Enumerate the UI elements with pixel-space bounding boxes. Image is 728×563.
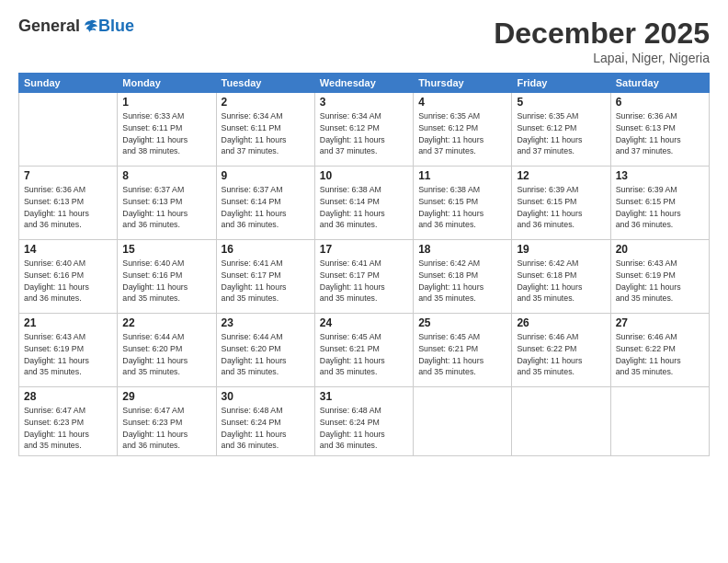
logo-text: General Blue xyxy=(18,17,134,36)
calendar-cell: 19Sunrise: 6:42 AM Sunset: 6:18 PM Dayli… xyxy=(512,240,610,314)
day-info: Sunrise: 6:43 AM Sunset: 6:19 PM Dayligh… xyxy=(616,258,704,304)
day-number: 16 xyxy=(222,243,310,256)
calendar-cell: 7Sunrise: 6:36 AM Sunset: 6:13 PM Daylig… xyxy=(19,167,118,240)
day-info: Sunrise: 6:47 AM Sunset: 6:23 PM Dayligh… xyxy=(24,405,112,452)
day-info: Sunrise: 6:45 AM Sunset: 6:21 PM Dayligh… xyxy=(320,331,408,378)
calendar-week-3: 14Sunrise: 6:40 AM Sunset: 6:16 PM Dayli… xyxy=(19,240,710,314)
header-friday: Friday xyxy=(512,74,610,93)
day-info: Sunrise: 6:42 AM Sunset: 6:18 PM Dayligh… xyxy=(418,258,506,304)
day-number: 28 xyxy=(24,390,112,403)
calendar-cell: 2Sunrise: 6:34 AM Sunset: 6:11 PM Daylig… xyxy=(216,93,314,167)
calendar-cell: 28Sunrise: 6:47 AM Sunset: 6:23 PM Dayli… xyxy=(19,387,118,456)
location: Lapai, Niger, Nigeria xyxy=(494,51,710,65)
calendar-cell: 11Sunrise: 6:38 AM Sunset: 6:15 PM Dayli… xyxy=(414,167,512,240)
day-number: 23 xyxy=(222,316,310,329)
day-number: 4 xyxy=(418,96,506,109)
header-saturday: Saturday xyxy=(610,74,709,93)
header-sunday: Sunday xyxy=(19,74,118,93)
day-number: 2 xyxy=(222,96,310,109)
calendar-week-2: 7Sunrise: 6:36 AM Sunset: 6:13 PM Daylig… xyxy=(19,167,710,240)
day-info: Sunrise: 6:48 AM Sunset: 6:24 PM Dayligh… xyxy=(222,405,310,452)
day-info: Sunrise: 6:35 AM Sunset: 6:12 PM Dayligh… xyxy=(418,110,506,157)
day-number: 6 xyxy=(616,96,704,109)
calendar-cell: 5Sunrise: 6:35 AM Sunset: 6:12 PM Daylig… xyxy=(512,93,610,167)
calendar-cell: 30Sunrise: 6:48 AM Sunset: 6:24 PM Dayli… xyxy=(216,387,314,456)
calendar-cell: 10Sunrise: 6:38 AM Sunset: 6:14 PM Dayli… xyxy=(314,167,413,240)
day-info: Sunrise: 6:41 AM Sunset: 6:17 PM Dayligh… xyxy=(222,258,310,304)
day-info: Sunrise: 6:34 AM Sunset: 6:11 PM Dayligh… xyxy=(222,110,310,157)
calendar-week-5: 28Sunrise: 6:47 AM Sunset: 6:23 PM Dayli… xyxy=(19,387,710,456)
calendar-body: 1Sunrise: 6:33 AM Sunset: 6:11 PM Daylig… xyxy=(19,93,710,456)
day-number: 26 xyxy=(517,316,605,329)
calendar-cell: 9Sunrise: 6:37 AM Sunset: 6:14 PM Daylig… xyxy=(216,167,314,240)
day-number: 27 xyxy=(616,316,704,329)
header-wednesday: Wednesday xyxy=(314,74,413,93)
calendar-cell: 23Sunrise: 6:44 AM Sunset: 6:20 PM Dayli… xyxy=(216,314,314,387)
day-info: Sunrise: 6:42 AM Sunset: 6:18 PM Dayligh… xyxy=(517,258,605,304)
day-info: Sunrise: 6:36 AM Sunset: 6:13 PM Dayligh… xyxy=(24,184,112,231)
day-number: 7 xyxy=(24,169,112,182)
day-number: 15 xyxy=(122,243,210,256)
day-number: 13 xyxy=(616,169,704,182)
day-info: Sunrise: 6:48 AM Sunset: 6:24 PM Dayligh… xyxy=(320,405,408,452)
calendar-cell: 6Sunrise: 6:36 AM Sunset: 6:13 PM Daylig… xyxy=(610,93,709,167)
header-row: Sunday Monday Tuesday Wednesday Thursday… xyxy=(19,74,710,93)
calendar-cell: 3Sunrise: 6:34 AM Sunset: 6:12 PM Daylig… xyxy=(314,93,413,167)
calendar-cell: 24Sunrise: 6:45 AM Sunset: 6:21 PM Dayli… xyxy=(314,314,413,387)
day-info: Sunrise: 6:40 AM Sunset: 6:16 PM Dayligh… xyxy=(24,258,112,304)
page: General Blue December 2025 Lapai, Niger,… xyxy=(0,0,728,563)
calendar-week-4: 21Sunrise: 6:43 AM Sunset: 6:19 PM Dayli… xyxy=(19,314,710,387)
day-number: 21 xyxy=(24,316,112,329)
day-number: 22 xyxy=(122,316,210,329)
day-info: Sunrise: 6:37 AM Sunset: 6:13 PM Dayligh… xyxy=(122,184,210,231)
day-info: Sunrise: 6:40 AM Sunset: 6:16 PM Dayligh… xyxy=(122,258,210,304)
day-info: Sunrise: 6:38 AM Sunset: 6:15 PM Dayligh… xyxy=(418,184,506,231)
calendar-cell: 20Sunrise: 6:43 AM Sunset: 6:19 PM Dayli… xyxy=(610,240,709,314)
day-number: 18 xyxy=(418,243,506,256)
title-block: December 2025 Lapai, Niger, Nigeria xyxy=(494,17,710,65)
day-number: 12 xyxy=(517,169,605,182)
calendar-header: Sunday Monday Tuesday Wednesday Thursday… xyxy=(19,74,710,93)
calendar-cell: 25Sunrise: 6:45 AM Sunset: 6:21 PM Dayli… xyxy=(414,314,512,387)
day-info: Sunrise: 6:43 AM Sunset: 6:19 PM Dayligh… xyxy=(24,331,112,378)
calendar-cell: 12Sunrise: 6:39 AM Sunset: 6:15 PM Dayli… xyxy=(512,167,610,240)
day-info: Sunrise: 6:34 AM Sunset: 6:12 PM Dayligh… xyxy=(320,110,408,157)
day-info: Sunrise: 6:46 AM Sunset: 6:22 PM Dayligh… xyxy=(517,331,605,378)
day-number: 20 xyxy=(616,243,704,256)
day-number: 30 xyxy=(222,390,310,403)
calendar-cell: 14Sunrise: 6:40 AM Sunset: 6:16 PM Dayli… xyxy=(19,240,118,314)
calendar-cell: 8Sunrise: 6:37 AM Sunset: 6:13 PM Daylig… xyxy=(118,167,216,240)
day-info: Sunrise: 6:39 AM Sunset: 6:15 PM Dayligh… xyxy=(616,184,704,231)
header-thursday: Thursday xyxy=(414,74,512,93)
day-info: Sunrise: 6:47 AM Sunset: 6:23 PM Dayligh… xyxy=(122,405,210,452)
day-number: 5 xyxy=(517,96,605,109)
calendar-cell xyxy=(414,387,512,456)
day-number: 11 xyxy=(418,169,506,182)
calendar-cell: 15Sunrise: 6:40 AM Sunset: 6:16 PM Dayli… xyxy=(118,240,216,314)
calendar-cell: 17Sunrise: 6:41 AM Sunset: 6:17 PM Dayli… xyxy=(314,240,413,314)
calendar-cell: 1Sunrise: 6:33 AM Sunset: 6:11 PM Daylig… xyxy=(118,93,216,167)
day-info: Sunrise: 6:36 AM Sunset: 6:13 PM Dayligh… xyxy=(616,110,704,157)
day-number: 24 xyxy=(320,316,408,329)
day-info: Sunrise: 6:33 AM Sunset: 6:11 PM Dayligh… xyxy=(122,110,210,157)
day-info: Sunrise: 6:39 AM Sunset: 6:15 PM Dayligh… xyxy=(517,184,605,231)
day-info: Sunrise: 6:44 AM Sunset: 6:20 PM Dayligh… xyxy=(122,331,210,378)
calendar-cell: 21Sunrise: 6:43 AM Sunset: 6:19 PM Dayli… xyxy=(19,314,118,387)
calendar-cell: 29Sunrise: 6:47 AM Sunset: 6:23 PM Dayli… xyxy=(118,387,216,456)
day-number: 3 xyxy=(320,96,408,109)
day-number: 29 xyxy=(122,390,210,403)
day-number: 9 xyxy=(222,169,310,182)
calendar-cell: 27Sunrise: 6:46 AM Sunset: 6:22 PM Dayli… xyxy=(610,314,709,387)
day-number: 10 xyxy=(320,169,408,182)
calendar-cell: 22Sunrise: 6:44 AM Sunset: 6:20 PM Dayli… xyxy=(118,314,216,387)
logo-bird-icon xyxy=(82,18,98,35)
calendar-cell: 31Sunrise: 6:48 AM Sunset: 6:24 PM Dayli… xyxy=(314,387,413,456)
day-info: Sunrise: 6:46 AM Sunset: 6:22 PM Dayligh… xyxy=(616,331,704,378)
day-info: Sunrise: 6:38 AM Sunset: 6:14 PM Dayligh… xyxy=(320,184,408,231)
day-number: 19 xyxy=(517,243,605,256)
calendar-cell: 16Sunrise: 6:41 AM Sunset: 6:17 PM Dayli… xyxy=(216,240,314,314)
calendar-table: Sunday Monday Tuesday Wednesday Thursday… xyxy=(18,73,710,456)
logo: General Blue xyxy=(18,17,134,36)
calendar-week-1: 1Sunrise: 6:33 AM Sunset: 6:11 PM Daylig… xyxy=(19,93,710,167)
day-info: Sunrise: 6:45 AM Sunset: 6:21 PM Dayligh… xyxy=(418,331,506,378)
